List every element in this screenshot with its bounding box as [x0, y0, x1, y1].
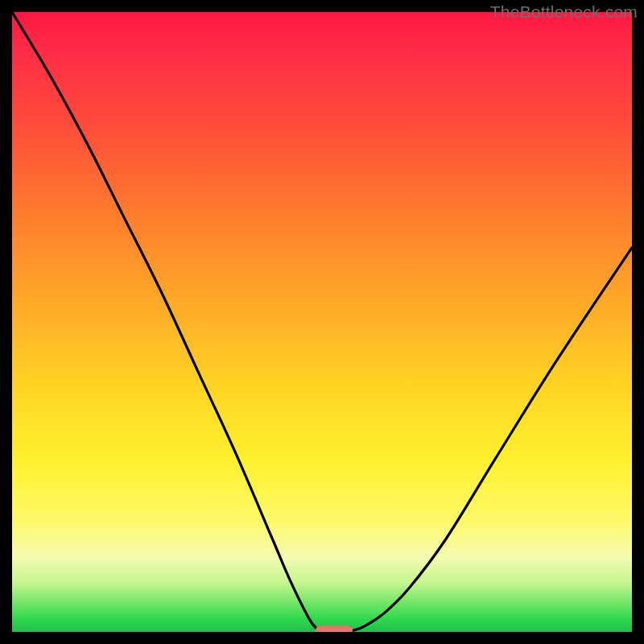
curve-left: [12, 12, 319, 630]
optimal-marker: [316, 626, 353, 632]
watermark-text: TheBottleneck.com: [490, 2, 638, 22]
chart-frame: TheBottleneck.com: [0, 0, 644, 644]
bottleneck-curves: [12, 12, 632, 632]
curve-right: [353, 248, 633, 631]
plot-area: [12, 12, 632, 632]
